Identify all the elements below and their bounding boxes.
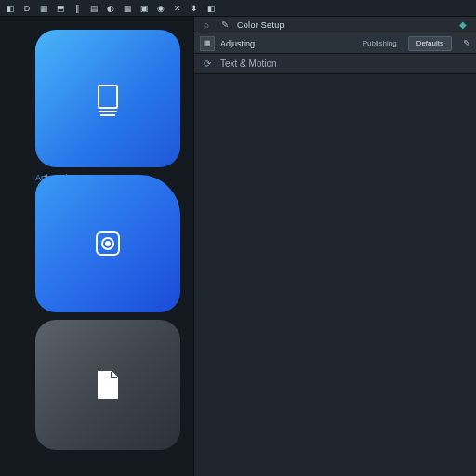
tool-3[interactable]: ▦ <box>37 2 50 15</box>
tool-12[interactable]: ⬍ <box>188 2 201 15</box>
tile-page[interactable] <box>35 320 180 450</box>
target-icon <box>89 225 126 262</box>
asset-column: Artboards <box>0 17 193 476</box>
properties-panel: ⌕ ✎ Color Setup ◆ ▦ Adjusting Publishing… <box>193 17 476 476</box>
page-icon <box>89 366 126 403</box>
panel-row-text: ⟳ Text & Motion <box>194 54 476 74</box>
pen-icon[interactable]: ✎ <box>463 38 470 48</box>
panel-header: ⌕ ✎ Color Setup ◆ <box>194 17 476 33</box>
swatch-icon[interactable]: ▦ <box>200 36 215 51</box>
row-label-2: Text & Motion <box>220 59 277 69</box>
document-icon <box>89 80 126 117</box>
tool-8[interactable]: ▦ <box>121 2 134 15</box>
row-label: Adjusting <box>220 39 357 48</box>
tool-11[interactable]: ✕ <box>171 2 184 15</box>
diamond-icon[interactable]: ◆ <box>459 20 470 31</box>
tile-target[interactable] <box>35 175 180 312</box>
panel-title: Color Setup <box>237 20 454 30</box>
refresh-icon[interactable]: ⟳ <box>200 57 215 72</box>
tool-2[interactable]: D <box>20 2 33 15</box>
svg-rect-6 <box>102 385 113 387</box>
tool-5[interactable]: ‖ <box>71 2 84 15</box>
tool-9[interactable]: ▣ <box>138 2 151 15</box>
tool-1[interactable]: ◧ <box>4 2 17 15</box>
panel-row-adjust: ▦ Adjusting Publishing Defaults ✎ <box>194 33 476 54</box>
main: Artboards ⌕ ✎ Color Setup ◆ ▦ Adjusting … <box>0 17 476 476</box>
tool-7[interactable]: ◐ <box>104 2 117 15</box>
svg-point-5 <box>106 242 110 245</box>
tool-10[interactable]: ◉ <box>154 2 167 15</box>
svg-rect-0 <box>99 86 117 108</box>
svg-rect-7 <box>102 390 113 391</box>
tool-6[interactable]: ▤ <box>87 2 100 15</box>
search-icon[interactable]: ⌕ <box>200 19 213 32</box>
top-toolbar: ◧ D ▦ ⬒ ‖ ▤ ◐ ▦ ▣ ◉ ✕ ⬍ ◧ <box>0 0 476 17</box>
wand-icon[interactable]: ✎ <box>218 19 231 32</box>
svg-rect-8 <box>102 394 110 396</box>
row-tag: Publishing <box>363 39 397 47</box>
defaults-button[interactable]: Defaults <box>408 36 452 51</box>
tile-document[interactable]: Artboards <box>35 30 180 167</box>
tool-4[interactable]: ⬒ <box>54 2 67 15</box>
tool-13[interactable]: ◧ <box>205 2 218 15</box>
